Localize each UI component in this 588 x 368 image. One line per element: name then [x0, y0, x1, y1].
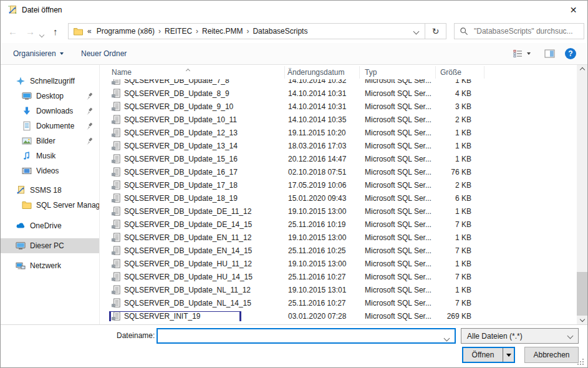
column-divider[interactable]: [284, 66, 285, 79]
sidebar-item-ssms-18[interactable]: SSMS 18: [1, 183, 99, 198]
sidebar-item-bilder[interactable]: Bilder: [1, 133, 99, 148]
sidebar-item-dokumente[interactable]: Dokumente: [1, 119, 99, 133]
sidebar-item-netzwerk[interactable]: Netzwerk: [1, 258, 99, 273]
filename-dropdown-chevron-icon[interactable]: [445, 334, 449, 342]
cancel-button[interactable]: Abbrechen: [524, 347, 579, 363]
file-name-cell[interactable]: SQLSERVER_DB_Update_16_17: [100, 167, 284, 177]
breadcrumb-separator-icon[interactable]: ›: [158, 27, 161, 36]
file-name: SQLSERVER_INIT_19: [124, 312, 201, 321]
organize-menu-button[interactable]: Organisieren: [13, 43, 64, 64]
file-row[interactable]: SQLSERVER_DB_Update_16_1702.10.2018 07:5…: [100, 165, 576, 178]
file-name-cell[interactable]: SQLSERVER_INIT_19: [100, 311, 284, 321]
file-name-cell[interactable]: SQLSERVER_DB_Update_18_19: [100, 193, 284, 203]
open-split-chevron[interactable]: [503, 348, 514, 362]
file-name-cell[interactable]: SQLSERVER_DB_Update_10_11: [100, 115, 284, 125]
pin-icon: [85, 122, 94, 130]
file-name-cell[interactable]: SQLSERVER_DB_Update_7_8: [100, 79, 284, 85]
column-header-name[interactable]: Name: [112, 68, 132, 77]
file-row[interactable]: SQLSERVER_DB_Update_15_1620.12.2016 14:4…: [100, 152, 576, 165]
breadcrumb-segment-reitec[interactable]: REITEC: [163, 27, 193, 36]
file-row[interactable]: SQLSERVER_INIT_1903.01.2020 07:28Microso…: [100, 309, 576, 322]
scrollbar-thumb[interactable]: [577, 272, 587, 316]
file-name-cell[interactable]: SQLSERVER_DB_Update_HU_11_12: [100, 259, 284, 269]
breadcrumb-separator-icon[interactable]: ›: [196, 27, 198, 36]
scroll-up-icon[interactable]: [577, 65, 587, 75]
address-bar[interactable]: « Programme (x86)›REITEC›Reitec.PMM›Data…: [68, 23, 446, 39]
file-row[interactable]: SQLSERVER_DB_Update_17_1817.05.2019 10:0…: [100, 178, 576, 191]
file-row[interactable]: SQLSERVER_DB_Update_DE_14_1525.11.2016 1…: [100, 218, 576, 231]
resize-grip-icon[interactable]: [577, 359, 584, 366]
forward-icon[interactable]: →: [26, 26, 35, 37]
file-name-cell[interactable]: SQLSERVER_DB_Update_12_13: [100, 128, 284, 138]
sidebar-item-onedrive[interactable]: OneDrive: [1, 218, 99, 233]
file-name-cell[interactable]: SQLSERVER_DB_Update_8_9: [100, 89, 284, 99]
file-row[interactable]: SQLSERVER_DB_Update_EN_14_1525.11.2016 1…: [100, 244, 576, 257]
file-row[interactable]: SQLSERVER_DB_Update_HU_14_1525.11.2016 1…: [100, 270, 576, 283]
column-header-date[interactable]: Änderungsdatum: [287, 68, 344, 77]
sidebar-item-musik[interactable]: Musik: [1, 148, 99, 163]
refresh-button[interactable]: ↻: [425, 24, 446, 39]
file-name-cell[interactable]: SQLSERVER_DB_Update_DE_14_15: [100, 220, 284, 230]
file-date: 25.11.2016 10:27: [284, 299, 359, 307]
file-name-cell[interactable]: SQLSERVER_DB_Update_13_14: [100, 141, 284, 151]
sidebar-item-desktop[interactable]: Desktop: [1, 89, 99, 104]
file-row[interactable]: SQLSERVER_DB_Update_9_1014.10.2014 10:31…: [100, 100, 576, 113]
file-row[interactable]: SQLSERVER_DB_Update_DE_11_1219.10.2015 1…: [100, 205, 576, 218]
preview-pane-button[interactable]: [544, 49, 555, 58]
file-row[interactable]: SQLSERVER_DB_Update_13_1418.03.2016 17:0…: [100, 139, 576, 152]
breadcrumb-segment-reitec-pmm[interactable]: Reitec.PMM: [201, 27, 244, 36]
file-row[interactable]: SQLSERVER_DB_Update_NL_14_1525.11.2016 1…: [100, 296, 576, 309]
column-header-size[interactable]: Größe: [440, 68, 461, 77]
sidebar-item-dieser-pc[interactable]: Dieser PC: [1, 238, 99, 253]
recent-locations-chevron-icon[interactable]: [40, 30, 44, 39]
back-icon[interactable]: ←: [8, 26, 17, 37]
column-divider[interactable]: [484, 66, 484, 79]
file-size: 1 KB: [435, 79, 484, 85]
breadcrumb-segment-programme-x86[interactable]: Programme (x86): [95, 27, 156, 36]
sidebar-item-label: Downloads: [36, 107, 73, 115]
file-name-cell[interactable]: SQLSERVER_DB_Update_NL_11_12: [100, 285, 284, 295]
help-button[interactable]: ?: [565, 48, 576, 59]
file-name-cell[interactable]: SQLSERVER_DB_Update_17_18: [100, 180, 284, 190]
sql-file-icon: [112, 154, 120, 164]
up-icon[interactable]: ↑: [53, 26, 58, 37]
file-name-cell[interactable]: SQLSERVER_DB_Update_DE_11_12: [100, 206, 284, 216]
file-row[interactable]: SQLSERVER_DB_Update_NL_11_1219.10.2015 1…: [100, 283, 576, 296]
filetype-select[interactable]: Alle Dateien (*.*): [461, 328, 579, 344]
sidebar-item-schnellzugriff[interactable]: Schnellzugriff: [1, 74, 99, 89]
file-name: SQLSERVER_DB_Update_NL_14_15: [124, 299, 251, 307]
file-row[interactable]: SQLSERVER_DB_Update_HU_11_1219.10.2015 1…: [100, 257, 576, 270]
sidebar-item-videos[interactable]: Videos: [1, 163, 99, 178]
breadcrumb-segment-databasescripts[interactable]: DatabaseScripts: [251, 27, 309, 36]
file-row[interactable]: SQLSERVER_DB_Update_10_1114.10.2014 10:3…: [100, 113, 576, 126]
breadcrumb-separator-icon[interactable]: ›: [246, 27, 249, 36]
scroll-down-icon[interactable]: [577, 314, 587, 324]
file-row[interactable]: SQLSERVER_DB_Update_18_1915.01.2020 09:4…: [100, 191, 576, 205]
file-name-cell[interactable]: SQLSERVER_DB_Update_HU_14_15: [100, 272, 284, 282]
file-name-cell[interactable]: SQLSERVER_DB_Update_NL_14_15: [100, 298, 284, 308]
file-name-cell[interactable]: SQLSERVER_DB_Update_9_10: [100, 102, 284, 112]
sql-file-icon: [112, 206, 120, 216]
column-divider[interactable]: [359, 66, 360, 79]
new-folder-button[interactable]: Neuer Ordner: [81, 43, 127, 64]
column-divider[interactable]: [435, 66, 436, 79]
column-header-type[interactable]: Typ: [365, 68, 377, 77]
file-row[interactable]: SQLSERVER_DB_Update_8_914.10.2014 10:31M…: [100, 87, 576, 100]
file-row[interactable]: SQLSERVER_DB_Update_EN_11_1219.10.2015 1…: [100, 231, 576, 244]
open-button[interactable]: Öffnen: [462, 347, 515, 363]
file-row[interactable]: SQLSERVER_DB_Update_7_814.10.2014 10:32M…: [100, 79, 576, 87]
vertical-scrollbar[interactable]: [577, 65, 587, 324]
chevron-down-icon: [506, 354, 511, 357]
file-name-cell[interactable]: SQLSERVER_DB_Update_EN_14_15: [100, 246, 284, 256]
file-name-cell[interactable]: SQLSERVER_DB_Update_EN_11_12: [100, 233, 284, 243]
search-input[interactable]: [473, 26, 579, 36]
close-button[interactable]: ✕: [559, 1, 587, 19]
sidebar-item-sql-server-manage[interactable]: SQL Server Manage: [1, 198, 99, 213]
file-name-cell[interactable]: SQLSERVER_DB_Update_15_16: [100, 154, 284, 164]
filename-input[interactable]: [160, 330, 441, 342]
file-row[interactable]: SQLSERVER_DB_Update_12_1319.11.2015 10:2…: [100, 126, 576, 139]
address-dropdown-chevron-icon[interactable]: [414, 27, 418, 36]
file-type: Microsoft SQL Ser...: [359, 128, 435, 137]
sidebar-item-downloads[interactable]: Downloads: [1, 104, 99, 119]
change-view-button[interactable]: [513, 49, 531, 58]
